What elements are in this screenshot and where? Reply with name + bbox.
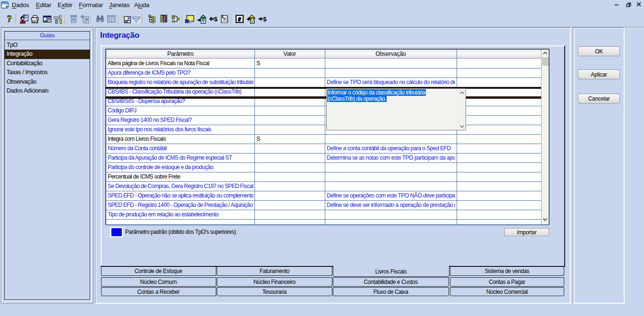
svg-text:?: ? — [7, 14, 12, 24]
svg-text:$: $ — [263, 16, 267, 23]
svg-text:$: $ — [214, 16, 218, 23]
